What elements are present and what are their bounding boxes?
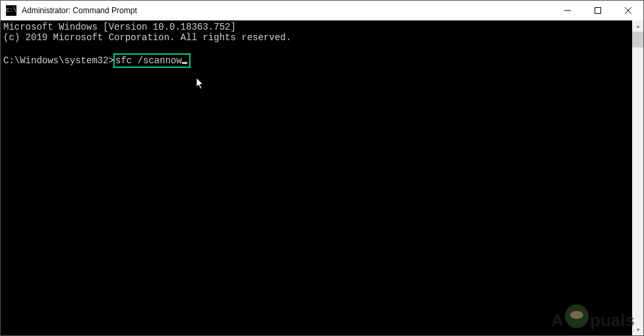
terminal-output[interactable]: Microsoft Windows [Version 10.0.18363.75… xyxy=(1,20,632,335)
maximize-button[interactable] xyxy=(583,1,613,20)
prompt: C:\Windows\system32> xyxy=(3,55,114,66)
mouse-cursor-icon xyxy=(196,77,205,90)
command-text: sfc /scannow xyxy=(115,55,182,66)
scroll-up-button[interactable]: ▴ xyxy=(632,20,643,32)
titlebar[interactable]: C:\ Administrator: Command Prompt xyxy=(1,1,643,20)
window-controls xyxy=(552,1,643,20)
command-prompt-window: C:\ Administrator: Command Prompt Micros… xyxy=(0,0,644,336)
output-line: Microsoft Windows [Version 10.0.18363.75… xyxy=(3,22,236,32)
command-highlight: sfc /scannow xyxy=(113,53,190,68)
terminal-area: Microsoft Windows [Version 10.0.18363.75… xyxy=(1,20,643,335)
window-title: Administrator: Command Prompt xyxy=(22,6,552,15)
vertical-scrollbar[interactable]: ▴ ▾ xyxy=(632,20,643,335)
output-line: (c) 2019 Microsoft Corporation. All righ… xyxy=(3,32,291,43)
scroll-thumb[interactable] xyxy=(632,32,643,47)
svg-rect-0 xyxy=(595,8,601,14)
cmd-icon: C:\ xyxy=(6,5,16,16)
text-cursor xyxy=(182,62,187,64)
close-button[interactable] xyxy=(613,1,643,20)
scroll-down-button[interactable]: ▾ xyxy=(632,324,643,335)
minimize-button[interactable] xyxy=(552,1,583,20)
